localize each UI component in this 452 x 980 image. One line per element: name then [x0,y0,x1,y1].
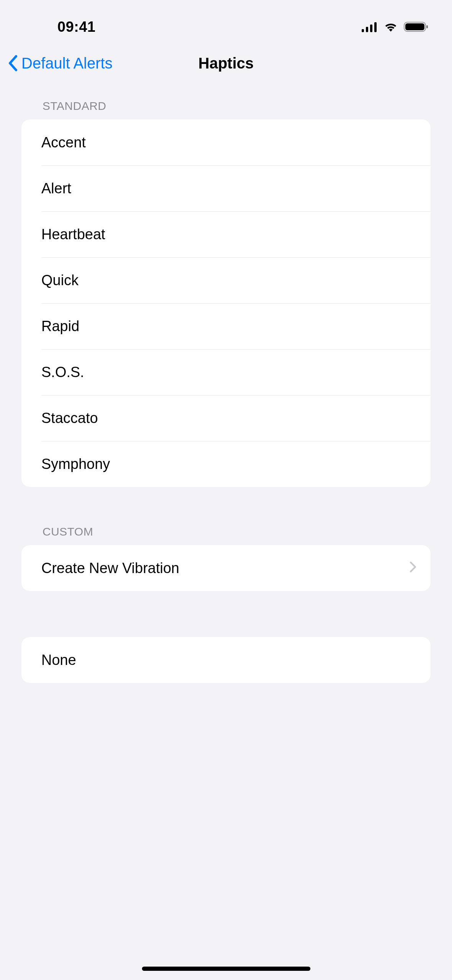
svg-rect-3 [374,22,377,32]
svg-rect-1 [366,27,368,32]
svg-rect-5 [405,23,424,30]
list-item-label: None [41,652,417,668]
status-bar: 09:41 [0,0,452,42]
list-item-label: S.O.S. [41,364,417,381]
wifi-icon [383,21,398,32]
haptic-option-alert[interactable]: Alert [21,165,431,211]
haptic-option-sos[interactable]: S.O.S. [21,349,431,395]
haptic-option-accent[interactable]: Accent [21,119,431,165]
list-item-label: Alert [41,180,417,197]
section-header-custom: Custom [42,525,431,538]
chevron-right-icon [409,560,417,577]
back-label: Default Alerts [21,55,113,72]
list-item-label: Symphony [41,456,417,472]
status-time: 09:41 [57,19,96,35]
haptic-option-none[interactable]: None [21,637,431,683]
svg-rect-0 [362,29,364,32]
svg-rect-6 [426,25,428,28]
battery-icon [404,21,429,32]
haptic-option-quick[interactable]: Quick [21,257,431,303]
home-indicator [142,967,310,971]
haptic-option-staccato[interactable]: Staccato [21,395,431,441]
group-standard: Accent Alert Heartbeat Quick Rapid S.O.S… [21,119,431,487]
list-item-label: Quick [41,272,417,289]
section-header-standard: Standard [42,100,431,113]
group-custom: Create New Vibration [21,545,431,591]
content: Standard Accent Alert Heartbeat Quick Ra… [0,84,452,683]
page-title: Haptics [198,55,254,72]
haptic-option-heartbeat[interactable]: Heartbeat [21,211,431,257]
svg-rect-2 [370,24,372,32]
create-new-vibration[interactable]: Create New Vibration [21,545,431,591]
haptic-option-symphony[interactable]: Symphony [21,441,431,487]
list-item-label: Accent [41,134,417,151]
group-none: None [21,637,431,683]
haptic-option-rapid[interactable]: Rapid [21,303,431,349]
chevron-left-icon [8,55,19,72]
status-icons [362,21,429,32]
back-button[interactable]: Default Alerts [8,55,113,72]
cellular-icon [362,21,378,32]
list-item-label: Create New Vibration [41,560,409,577]
list-item-label: Rapid [41,318,417,335]
nav-header: Default Alerts Haptics [0,42,452,84]
list-item-label: Heartbeat [41,226,417,243]
list-item-label: Staccato [41,410,417,426]
